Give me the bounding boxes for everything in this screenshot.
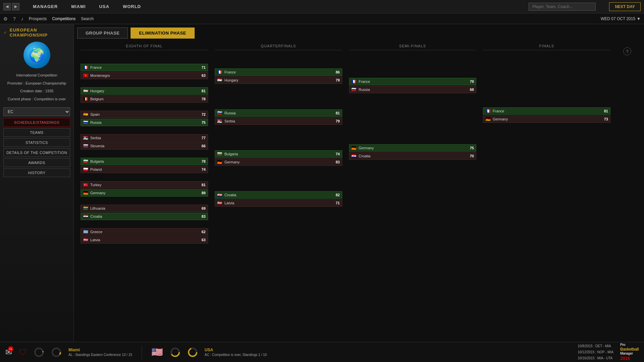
team-row: 🇭🇺 Hungary 79 bbox=[215, 76, 342, 84]
help-icon[interactable]: ? bbox=[13, 16, 16, 21]
match-r1-3: 🇪🇸 Spain 72 🇷🇺 Russia 75 bbox=[81, 111, 208, 127]
usa-flag-icon[interactable]: 🇺🇸 bbox=[151, 347, 163, 358]
team-row: 🇱🇹 Lithuania 69 bbox=[81, 205, 208, 212]
team-name: Latvia bbox=[90, 238, 202, 242]
nav-back[interactable]: ◀ bbox=[3, 3, 11, 10]
team-score: 68 bbox=[470, 88, 474, 92]
miami-progress-donut2[interactable] bbox=[51, 347, 62, 358]
team-name: Hungary bbox=[90, 89, 202, 93]
lithuania-flag: 🇱🇹 bbox=[83, 207, 88, 210]
team-score: 81 bbox=[336, 111, 340, 115]
hungary-flag: 🇭🇺 bbox=[83, 89, 88, 93]
details-button[interactable]: DETAILS OF THE COMPETITION bbox=[3, 148, 70, 157]
music-icon[interactable]: ♪ bbox=[21, 16, 23, 21]
team-row: 🇭🇷 Croatia 83 bbox=[81, 213, 208, 220]
subnav-prospects[interactable]: Prospects bbox=[29, 16, 47, 21]
team-row: 🇷🇺 Russia 68 bbox=[349, 86, 477, 93]
team-row: 🇸🇮 Slovenia 66 bbox=[81, 142, 208, 150]
team-row: 🇷🇺 Russia 81 bbox=[215, 109, 342, 117]
qf-group-1: 🇫🇷 France 86 🇭🇺 Hungary 79 bbox=[215, 68, 342, 89]
main-container: ♂ EUROPEAN CHAMPIONSHIP 🌍 International … bbox=[0, 24, 644, 342]
team-score: 83 bbox=[202, 214, 206, 218]
usa-status-info: USA AC : Competition is over, Standings … bbox=[205, 348, 267, 357]
search-input[interactable] bbox=[529, 3, 596, 11]
poland-flag: 🇵🇱 bbox=[83, 168, 88, 171]
nav-miami[interactable]: MIAMI bbox=[71, 4, 86, 9]
usa-team-label: USA bbox=[205, 348, 267, 352]
teams-button[interactable]: TEAMS bbox=[3, 128, 70, 137]
history-button[interactable]: HISTORY bbox=[3, 168, 70, 177]
nav-forward[interactable]: ▶ bbox=[12, 3, 19, 10]
team-score: 73 bbox=[604, 117, 608, 121]
nav-manager[interactable]: MANAGER bbox=[33, 4, 58, 9]
group-phase-tab[interactable]: GROUP PHASE bbox=[77, 28, 128, 39]
spain-flag: 🇪🇸 bbox=[83, 113, 88, 116]
gender-icon: ♂ bbox=[3, 30, 7, 35]
team-score: 74 bbox=[202, 167, 206, 171]
team-score: 71 bbox=[202, 65, 206, 69]
phase-tabs: GROUP PHASE ELIMINATION PHASE bbox=[77, 28, 641, 39]
team-name: Russia bbox=[359, 88, 470, 92]
team-row: 🇹🇷 Turkey 81 bbox=[81, 181, 208, 189]
svg-point-0 bbox=[35, 348, 43, 356]
team-score: 75 bbox=[202, 120, 206, 124]
round-eighth-final: EIGHTH OF FINAL 🇫🇷 France 71 🇲🇪 Mo bbox=[77, 44, 211, 342]
team-row: 🇫🇷 France 81 bbox=[483, 107, 610, 115]
team-row: 🇱🇻 Latvia 71 bbox=[215, 199, 342, 207]
match-sf-1: 🇫🇷 France 79 🇷🇺 Russia 68 bbox=[349, 78, 477, 93]
top-nav: ◀ ▶ MANAGER MIAMI USA WORLD NEXT DAY bbox=[0, 0, 644, 13]
miami-team-label: Miami bbox=[68, 348, 132, 352]
next-day-button[interactable]: NEXT DAY bbox=[609, 2, 641, 11]
team-score: 75 bbox=[470, 146, 474, 150]
status-bar: ✉ 21 🛡 Miami AL : Standings Eastern Conf… bbox=[0, 342, 644, 362]
team-score: 63 bbox=[202, 73, 206, 77]
awards-button[interactable]: AWARDS bbox=[3, 158, 70, 167]
team-row: 🇧🇬 Bulgaria 78 bbox=[81, 158, 208, 165]
svg-point-2 bbox=[52, 348, 60, 356]
team-name: Germany bbox=[225, 160, 336, 164]
france-qf-flag: 🇫🇷 bbox=[217, 70, 222, 74]
team-score: 79 bbox=[336, 119, 340, 123]
subnav-competitions[interactable]: Competitions bbox=[52, 16, 76, 21]
sidebar-info-creation: Creation date : 1935 bbox=[3, 88, 70, 94]
chevron-down-icon[interactable]: ▼ bbox=[637, 16, 641, 21]
help-circle-icon[interactable]: ? bbox=[623, 47, 631, 55]
match-r1-2: 🇭🇺 Hungary 81 🇧🇪 Belgium 78 bbox=[81, 87, 208, 103]
competition-select[interactable]: EC bbox=[3, 107, 70, 116]
mail-count-badge: 21 bbox=[8, 346, 13, 352]
current-date: WED 07 OCT 2015 bbox=[601, 16, 635, 21]
match-sf-2: 🇩🇪 Germany 75 🇭🇷 Croatia 70 bbox=[349, 144, 477, 160]
usa-progress-donut2[interactable] bbox=[187, 347, 198, 358]
team-row: 🇷🇺 Russia 75 bbox=[81, 119, 208, 126]
settings-icon[interactable]: ⚙ bbox=[3, 16, 8, 21]
team-name: Slovenia bbox=[90, 144, 202, 148]
mail-icon[interactable]: ✉ 21 bbox=[5, 348, 12, 357]
nav-usa[interactable]: USA bbox=[99, 4, 109, 9]
usa-progress-donut[interactable] bbox=[170, 347, 181, 358]
round-f-header: FINALS bbox=[483, 44, 610, 50]
statistics-button[interactable]: STATISTICS bbox=[3, 138, 70, 147]
right-decoration: ? bbox=[614, 44, 641, 342]
team-score: 89 bbox=[202, 191, 206, 195]
team-row: 🇫🇷 France 86 bbox=[215, 68, 342, 76]
subnav-search[interactable]: Search bbox=[81, 16, 94, 21]
miami-progress-donut[interactable] bbox=[34, 347, 44, 358]
match-r1-7: 🇱🇹 Lithuania 69 🇭🇷 Croatia 83 bbox=[81, 205, 208, 221]
match-qf-3: 🇧🇬 Bulgaria 74 🇩🇪 Germany 83 bbox=[215, 150, 342, 166]
team-score: 69 bbox=[202, 206, 206, 210]
team-row: 🇫🇷 France 79 bbox=[349, 78, 477, 85]
nav-arrows: ◀ ▶ bbox=[3, 3, 19, 10]
nav-world[interactable]: WORLD bbox=[123, 4, 141, 9]
schedule-standings-button[interactable]: SCHEDULE/STANDINGS bbox=[3, 118, 70, 127]
shield-icon[interactable]: 🛡 bbox=[19, 348, 27, 357]
team-name: Germany bbox=[359, 146, 470, 150]
sidebar-info-promoter: Promoter : European Championship bbox=[3, 81, 70, 87]
team-name: France bbox=[493, 109, 604, 113]
team-row: 🇵🇱 Poland 74 bbox=[81, 166, 208, 173]
content-area: GROUP PHASE ELIMINATION PHASE EIGHTH OF … bbox=[74, 24, 644, 342]
team-name: Latvia bbox=[225, 201, 336, 205]
team-row: 🇩🇪 Germany 89 bbox=[81, 189, 208, 197]
schedule-item-3: 10/16/2015 : MIA - UTA bbox=[578, 355, 613, 361]
elimination-phase-tab[interactable]: ELIMINATION PHASE bbox=[131, 28, 194, 39]
sidebar-info-type: International Competition bbox=[3, 72, 70, 79]
